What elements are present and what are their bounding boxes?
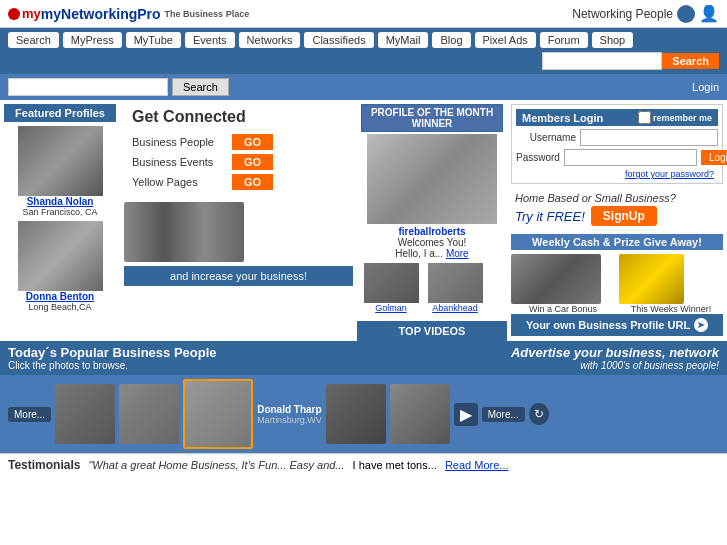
circle-arrow-icon[interactable]: ↻ (529, 403, 549, 425)
small-prof-name-2[interactable]: Abankhead (425, 303, 485, 313)
gc-yellow-pages-label: Yellow Pages (132, 176, 232, 188)
gc-row-yellow-pages: Yellow Pages GO (132, 174, 345, 190)
weekly-cash-title: Weekly Cash & Prize Give Away! (511, 234, 723, 250)
profile-location-1: San Francisco, CA (4, 207, 116, 217)
go-business-people-button[interactable]: GO (232, 134, 273, 150)
profile-name-2[interactable]: Donna Benton (4, 291, 116, 302)
nav-events[interactable]: Events (185, 32, 235, 48)
logo-text: myNetworkingPro (41, 6, 161, 22)
business-profile-url-button[interactable]: Your own Business Profile URL ➤ (511, 314, 723, 336)
photo-thumb-4[interactable] (326, 384, 386, 444)
nav-mypress[interactable]: MyPress (63, 32, 122, 48)
cables-image (124, 202, 244, 262)
profile-image-2 (18, 221, 103, 291)
popular-right: Advertise your business, network with 10… (511, 345, 719, 371)
photo-thumb-3[interactable] (183, 379, 253, 449)
nav-mymail[interactable]: MyMail (378, 32, 429, 48)
potm-column: PROFILE OF THE MONTH WINNER fireballrobe… (357, 100, 507, 341)
logo-circle (8, 8, 20, 20)
small-profile-2: Abankhead (425, 263, 485, 313)
potm-hello: Hello, I a... More (361, 248, 503, 259)
photo-strip: More... Donald Tharp Martinsburg,WV ▶ Mo… (0, 375, 727, 453)
photo-thumb-2[interactable] (119, 384, 179, 444)
center-panel: Get Connected Business People GO Busines… (120, 100, 357, 341)
forgot-password-link[interactable]: forgot your password? (516, 169, 714, 179)
winner-item: This Weeks Winner! (619, 254, 723, 314)
photo-thumb-1[interactable] (55, 384, 115, 444)
more-left-button[interactable]: More... (8, 407, 51, 422)
popular-section-header: Today´s Popular Business People Click th… (0, 341, 727, 375)
go-yellow-pages-button[interactable]: GO (232, 174, 273, 190)
testimonials-title: Testimonials (8, 458, 80, 472)
get-connected-title: Get Connected (132, 108, 345, 126)
read-more-link[interactable]: Read More... (445, 459, 509, 471)
nav-classifieds[interactable]: Classifieds (304, 32, 373, 48)
small-prof-img-2 (428, 263, 483, 303)
right-panel: Members Login remember me Username Passw… (507, 100, 727, 341)
go-business-events-button[interactable]: GO (232, 154, 273, 170)
remember-me-row: remember me (638, 111, 712, 124)
more-right-button[interactable]: More... (482, 407, 525, 422)
popular-subtitle: Click the photos to browse. (8, 360, 217, 371)
nav-search-button[interactable]: Search (662, 53, 719, 69)
potm-welcome: Welcomes You! (361, 237, 503, 248)
remember-me-checkbox[interactable] (638, 111, 651, 124)
popular-title: Today´s Popular Business People (8, 345, 217, 360)
signup-row: Try it FREE! SignUp (515, 206, 719, 226)
main-search-input[interactable] (8, 78, 168, 96)
nav-forum[interactable]: Forum (540, 32, 588, 48)
winner-label: This Weeks Winner! (619, 304, 723, 314)
password-row: Password Login (516, 149, 718, 166)
winner-image (619, 254, 684, 304)
small-prof-img-1 (364, 263, 419, 303)
next-arrow-icon[interactable]: ▶ (454, 403, 478, 426)
advertise-title: Advertise your business, network (511, 345, 719, 360)
profile-of-month: PROFILE OF THE MONTH WINNER fireballrobe… (357, 100, 507, 317)
gc-business-people-label: Business People (132, 136, 232, 148)
ml-title-text: Members Login (522, 112, 603, 124)
potm-more-link[interactable]: More (446, 248, 469, 259)
members-login-title: Members Login remember me (516, 109, 718, 126)
potm-name[interactable]: fireballroberts (361, 226, 503, 237)
login-button[interactable]: Login (701, 150, 727, 165)
nav-shop[interactable]: Shop (592, 32, 634, 48)
username-input[interactable] (580, 129, 718, 146)
profile-location-2: Long Beach,CA (4, 302, 116, 312)
small-prof-name-1[interactable]: Golman (361, 303, 421, 313)
photo-thumb-5[interactable] (390, 384, 450, 444)
potm-title: PROFILE OF THE MONTH WINNER (361, 104, 503, 132)
nav-search-input[interactable] (542, 52, 662, 70)
prizes-row: Win a Car Bonus This Weeks Winner! (511, 254, 723, 314)
nav-blog[interactable]: Blog (432, 32, 470, 48)
profile-photo-2 (18, 221, 103, 291)
people-icon: 👤 (699, 4, 719, 23)
profile-name-1[interactable]: Shanda Nolan (4, 196, 116, 207)
try-free-text: Try it FREE! (515, 209, 585, 224)
profile-image-1 (18, 126, 103, 196)
main-search-button[interactable]: Search (172, 78, 229, 96)
testimonials-quote: "What a great Home Business, It's Fun...… (88, 459, 344, 471)
increase-text: and increase your business! (124, 266, 353, 286)
nav-networks[interactable]: Networks (239, 32, 301, 48)
nav-pixelads[interactable]: Pixel Ads (475, 32, 536, 48)
password-input[interactable] (564, 149, 697, 166)
car-bonus-item: Win a Car Bonus (511, 254, 615, 314)
profile-card-2: Donna Benton Long Beach,CA (4, 221, 116, 312)
username-label: Username (516, 132, 576, 143)
nav-bar: Search MyPress MyTube Events Networks Cl… (0, 28, 727, 74)
small-profiles-row: Golman Abankhead (361, 263, 503, 313)
nav-search[interactable]: Search (8, 32, 59, 48)
gc-row-business-events: Business Events GO (132, 154, 345, 170)
testimonials-section: Testimonials "What a great Home Business… (0, 453, 727, 476)
top-videos-button[interactable]: TOP VIDEOS (357, 321, 507, 341)
signup-button[interactable]: SignUp (591, 206, 657, 226)
nav-search-wrap: Search (542, 52, 719, 70)
featured-person-name: Donald Tharp (257, 404, 322, 415)
username-row: Username (516, 129, 718, 146)
logo: mymyNetworkingPro The Business Place (8, 6, 249, 22)
header: mymyNetworkingPro The Business Place Net… (0, 0, 727, 28)
logo-tagline: The Business Place (165, 9, 250, 19)
business-profile-label: Your own Business Profile URL (526, 319, 690, 331)
login-link[interactable]: Login (692, 81, 719, 93)
nav-mytube[interactable]: MyTube (126, 32, 181, 48)
